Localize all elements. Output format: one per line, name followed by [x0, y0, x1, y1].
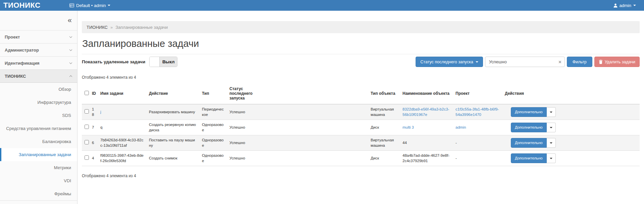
action-cell: Поставить на паузу машину: [146, 135, 199, 151]
sidebar-item-project[interactable]: Проект: [0, 30, 77, 44]
sidebar-item-administrator[interactable]: Администратор: [0, 44, 77, 57]
row-select-checkbox[interactable]: [85, 125, 89, 129]
sidebar-item-frames[interactable]: Фреймы: [0, 187, 77, 200]
items-count-bottom: Отображено 4 элемента из 4: [82, 174, 640, 178]
row-select-checkbox[interactable]: [85, 109, 89, 114]
type-cell: Периодическое: [199, 104, 227, 120]
person-icon: [613, 3, 618, 8]
status-cell: Успешно: [227, 135, 368, 151]
project-link[interactable]: admin: [455, 125, 466, 129]
row-actions-button[interactable]: Дополнительно: [511, 107, 547, 117]
sidebar-item-label: Проект: [5, 35, 20, 40]
sidebar-item-scheduled-tasks[interactable]: Запланированные задачи: [0, 148, 77, 161]
row-actions-dropdown-toggle[interactable]: [547, 138, 556, 148]
sidebar-tionix-items: Обзор Инфраструктура SDS Средства управл…: [0, 83, 77, 201]
column-header-task-name: Имя задачи: [98, 83, 146, 104]
column-header-action: Действие: [146, 83, 199, 104]
status-filter-label: Статус последнего запуска: [420, 60, 473, 64]
task-id-cell: 18: [89, 104, 98, 120]
sidebar-item-identity[interactable]: Идентификация: [0, 57, 77, 70]
row-actions-dropdown-toggle[interactable]: [547, 153, 556, 163]
status-cell: Успешно: [227, 120, 368, 135]
task-name-link[interactable]: j: [100, 110, 101, 114]
row-actions-button[interactable]: Дополнительно: [511, 153, 547, 163]
object-type-cell: Виртуальная машина: [368, 104, 400, 120]
project-context-menu[interactable]: Default • admin: [69, 3, 110, 8]
action-cell: Разархивировать машину: [146, 104, 199, 120]
main-content: ТИОНИКС » Запланированные задачи Заплани…: [77, 11, 644, 204]
object-type-cell: Диск: [368, 151, 400, 166]
status-filter-dropdown[interactable]: Статус последнего запуска: [416, 57, 483, 67]
sidebar-item-metrics[interactable]: Метрики: [0, 161, 77, 174]
sidebar-item-sds[interactable]: SDS: [0, 109, 77, 122]
row-actions-dropdown-toggle[interactable]: [547, 107, 556, 117]
project-link[interactable]: c1f3c55a-3fa1-48fb-b6f9-54a3996e1470: [455, 107, 499, 117]
task-name-cell: 7b84263d-690f-4c33-82cc-13a10fd711af: [98, 135, 146, 151]
show-deleted-toggle[interactable]: Выкл: [149, 57, 177, 67]
row-actions-button[interactable]: Дополнительно: [511, 138, 547, 148]
table-row: 7 q Создать резервную копию диска Однора…: [82, 120, 640, 135]
caret-down-icon: [550, 158, 552, 159]
table-row: 6 7b84263d-690f-4c33-82cc-13a10fd711af П…: [82, 135, 640, 151]
object-name-link[interactable]: multi 3: [402, 125, 414, 129]
row-actions-group: Дополнительно: [511, 123, 556, 132]
sidebar-item-infrastructure[interactable]: Инфраструктура: [0, 96, 77, 109]
column-header-last-run-status: Статус последнего запуска: [227, 83, 368, 104]
type-cell: Одноразовое: [199, 151, 227, 166]
sidebar-item-power-management[interactable]: Средства управления питанием: [0, 122, 77, 135]
trash-icon: [599, 60, 603, 64]
column-header-project: Проект: [453, 83, 502, 104]
row-select-checkbox[interactable]: [85, 140, 89, 144]
status-cell: Успешно: [227, 104, 368, 120]
object-type-cell: Диск: [368, 120, 400, 135]
clear-search-icon[interactable]: ×: [558, 59, 561, 64]
row-select-checkbox[interactable]: [85, 155, 89, 160]
sidebar-item-overview[interactable]: Обзор: [0, 83, 77, 96]
breadcrumb: ТИОНИКС » Запланированные задачи: [82, 21, 640, 33]
object-name-link[interactable]: 8322dba9-e56f-49a3-b2c3-56b10f01967e: [402, 107, 449, 117]
context-label: Default • admin: [76, 3, 106, 8]
caret-down-icon: [550, 142, 552, 144]
sidebar-item-label: Идентификация: [5, 61, 40, 66]
sidebar-item-vdi[interactable]: VDI: [0, 174, 77, 187]
select-all-checkbox[interactable]: [85, 91, 89, 95]
sidebar-section-tionix[interactable]: ТИОНИКС: [0, 70, 77, 83]
row-actions-button[interactable]: Дополнительно: [511, 123, 547, 132]
row-actions-group: Дополнительно: [511, 153, 556, 163]
breadcrumb-root-link[interactable]: ТИОНИКС: [87, 25, 108, 30]
grid-icon: [69, 3, 74, 7]
breadcrumb-current: Запланированные задачи: [115, 25, 168, 30]
brand-logo[interactable]: ТИОНИКС: [3, 0, 69, 10]
collapse-sidebar-button[interactable]: «: [68, 17, 72, 24]
search-input[interactable]: [488, 59, 558, 65]
task-name-cell: q: [98, 120, 146, 135]
delete-tasks-button[interactable]: Удалить задачи: [594, 57, 640, 67]
task-name-cell: f9830115-3987-43eb-8def-26c06fe530fd: [98, 151, 146, 166]
caret-down-icon: [550, 127, 552, 128]
row-actions-dropdown-toggle[interactable]: [547, 123, 556, 132]
top-navbar: ТИОНИКС Default • admin admin: [0, 0, 644, 11]
column-header-type: Тип: [199, 83, 227, 104]
object-name-cell: 48a4b7ad-ddde-4627-9e8f-2c4c37929b91: [400, 151, 453, 166]
user-menu[interactable]: admin: [613, 3, 636, 8]
object-type-cell: Виртуальная машина: [368, 135, 400, 151]
chevron-down-icon: [108, 5, 110, 6]
filter-button[interactable]: Фильтр: [567, 57, 592, 67]
breadcrumb-separator: »: [110, 25, 113, 30]
sidebar: « Проект Администратор Идентификация ТИО…: [0, 11, 77, 204]
show-deleted-label: Показать удаленные задачи: [82, 59, 145, 64]
toggle-state-label: Выкл: [160, 57, 177, 67]
chevron-up-icon: [69, 75, 72, 78]
table-controls: Показать удаленные задачи Выкл Статус по…: [82, 57, 640, 67]
object-name-cell: 44: [400, 135, 453, 151]
task-id-cell: 4: [89, 151, 98, 166]
search-field: ×: [485, 57, 565, 67]
chevron-down-icon: [69, 61, 72, 64]
chevron-down-icon: [476, 61, 478, 63]
action-cell: Создать резервную копию диска: [146, 120, 199, 135]
filter-controls: Статус последнего запуска × Фильтр Удали…: [416, 57, 640, 67]
column-header-object-type: Тип объекта: [368, 83, 400, 104]
sidebar-item-balancing[interactable]: Балансировка: [0, 135, 77, 148]
delete-tasks-label: Удалить задачи: [605, 60, 635, 64]
type-cell: Одноразовое: [199, 120, 227, 135]
